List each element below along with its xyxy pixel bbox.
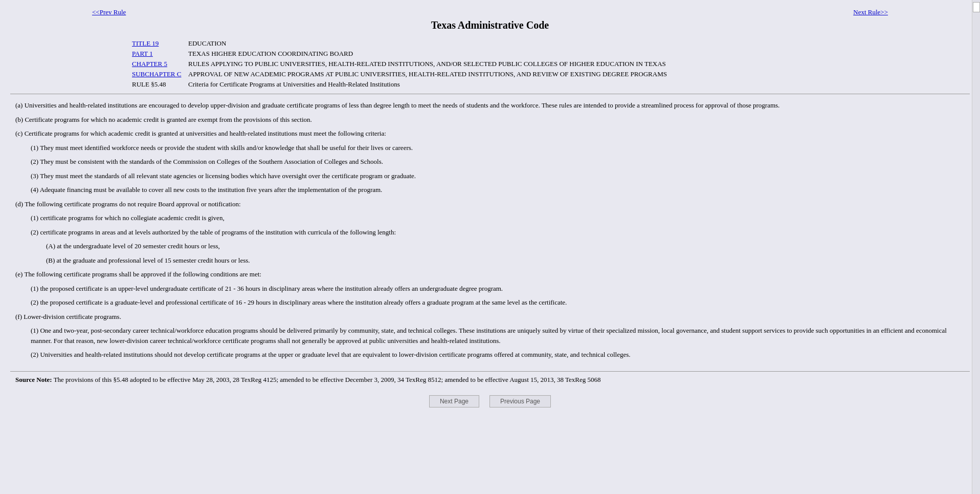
content-paragraph: (2) They must be consistent with the sta… <box>15 157 965 167</box>
content-paragraph: (1) One and two-year, post-secondary car… <box>15 326 965 346</box>
content-paragraph: (1) They must meet identified workforce … <box>15 143 965 153</box>
prev-rule-link[interactable]: <<Prev Rule <box>92 8 126 16</box>
content-paragraph: (1) certificate programs for which no co… <box>15 213 965 223</box>
top-divider <box>10 94 970 94</box>
breadcrumb-label: RULE §5.48 <box>132 79 188 90</box>
breadcrumb-value: EDUCATION <box>188 38 671 49</box>
source-note-text: The provisions of this §5.48 adopted to … <box>54 376 601 383</box>
breadcrumb-label[interactable]: CHAPTER 5 <box>132 59 188 69</box>
breadcrumb: TITLE 19EDUCATIONPART 1TEXAS HIGHER EDUC… <box>132 38 848 90</box>
content-paragraph: (a) Universities and health-related inst… <box>15 100 965 111</box>
content-paragraph: (1) the proposed certificate is an upper… <box>15 284 965 294</box>
content-paragraph: (b) Certificate programs for which no ac… <box>15 115 965 125</box>
page-title: Texas Administrative Code <box>10 19 970 31</box>
content-paragraph: (3) They must meet the standards of all … <box>15 171 965 181</box>
content-paragraph: (A) at the undergraduate level of 20 sem… <box>15 241 965 251</box>
content-paragraph: (f) Lower-division certificate programs. <box>15 312 965 322</box>
content-paragraph: (e) The following certificate programs s… <box>15 269 965 280</box>
top-nav: <<Prev Rule Next Rule>> <box>10 5 970 19</box>
scrollbar-thumb[interactable] <box>973 2 980 12</box>
content-paragraph: (4) Adequate financing must be available… <box>15 185 965 195</box>
breadcrumb-label[interactable]: SUBCHAPTER C <box>132 69 188 79</box>
content-paragraph: (B) at the graduate and professional lev… <box>15 255 965 266</box>
breadcrumb-value: APPROVAL OF NEW ACADEMIC PROGRAMS AT PUB… <box>188 69 671 79</box>
scrollbar[interactable] <box>972 0 980 494</box>
content-paragraph: (2) the proposed certificate is a gradua… <box>15 297 965 308</box>
breadcrumb-label[interactable]: PART 1 <box>132 49 188 59</box>
next-page-button[interactable]: Next Page <box>429 395 479 407</box>
content-paragraph: (c) Certificate programs for which acade… <box>15 128 965 139</box>
previous-page-button[interactable]: Previous Page <box>489 395 551 407</box>
source-note: Source Note: The provisions of this §5.4… <box>10 371 970 388</box>
content-paragraph: (2) Universities and health-related inst… <box>15 350 965 360</box>
breadcrumb-value: Criteria for Certificate Programs at Uni… <box>188 79 671 90</box>
content-paragraph: (2) certificate programs in areas and at… <box>15 227 965 238</box>
bottom-nav: Next Page Previous Page <box>10 395 970 413</box>
breadcrumb-value: RULES APPLYING TO PUBLIC UNIVERSITIES, H… <box>188 59 671 69</box>
content-paragraph: (d) The following certificate programs d… <box>15 199 965 209</box>
next-rule-link[interactable]: Next Rule>> <box>853 8 888 16</box>
source-note-label: Source Note: <box>15 376 52 383</box>
breadcrumb-label[interactable]: TITLE 19 <box>132 38 188 49</box>
content-area: (a) Universities and health-related inst… <box>10 98 970 366</box>
breadcrumb-value: TEXAS HIGHER EDUCATION COORDINATING BOAR… <box>188 49 671 59</box>
